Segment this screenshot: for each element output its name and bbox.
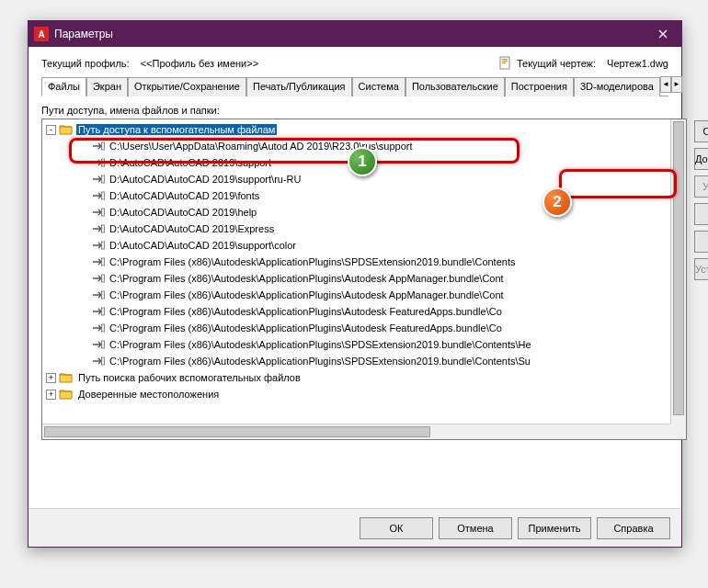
tab-scroll-right[interactable]: ► bbox=[671, 76, 682, 93]
path-item-icon bbox=[92, 256, 105, 267]
ok-button[interactable]: ОК bbox=[360, 517, 433, 539]
svg-rect-5 bbox=[102, 159, 105, 166]
tab-system[interactable]: Система bbox=[352, 77, 405, 96]
tree-node-label: D:\AutoCAD\AutoCAD 2019\support\ru-RU bbox=[108, 174, 303, 185]
tree-path-item[interactable]: D:\AutoCAD\AutoCAD 2019\Express bbox=[42, 220, 686, 237]
path-item-icon bbox=[92, 289, 105, 300]
close-icon bbox=[658, 29, 668, 39]
svg-rect-3 bbox=[502, 62, 506, 63]
drawing-label: Текущий чертеж: bbox=[517, 58, 596, 69]
folder-icon bbox=[59, 123, 74, 136]
close-button[interactable] bbox=[645, 21, 681, 47]
tree-path-item[interactable]: D:\AutoCAD\AutoCAD 2019\support\ru-RU bbox=[42, 171, 686, 187]
folder-icon bbox=[59, 371, 74, 384]
app-icon: A bbox=[34, 27, 49, 41]
tab-files[interactable]: Файлы bbox=[41, 77, 86, 96]
tree-node-label: C:\Program Files (x86)\Autodesk\Applicat… bbox=[108, 256, 517, 267]
svg-rect-17 bbox=[102, 357, 105, 365]
tree-path-item[interactable]: C:\Users\User\AppData\Roaming\Autod AD 2… bbox=[42, 138, 686, 154]
svg-rect-4 bbox=[102, 142, 105, 150]
tree-node-label: D:\AutoCAD\AutoCAD 2019\fonts bbox=[108, 190, 261, 201]
tree-collapsed-node[interactable]: +Доверенные местоположения bbox=[42, 386, 686, 402]
move-down-button[interactable]: Вниз bbox=[694, 231, 708, 253]
tree-node-label: C:\Program Files (x86)\Autodesk\Applicat… bbox=[108, 322, 504, 334]
path-tree[interactable]: -Путь доступа к вспомогательным файламC:… bbox=[41, 119, 687, 440]
tree-path-item[interactable]: C:\Program Files (x86)\Autodesk\Applicat… bbox=[42, 254, 686, 270]
path-item-icon bbox=[92, 240, 105, 251]
tree-path-item[interactable]: D:\AutoCAD\AutoCAD 2019\support bbox=[42, 154, 686, 171]
profile-label: Текущий профиль: bbox=[41, 58, 130, 69]
tree-toggle-icon[interactable]: + bbox=[46, 390, 56, 400]
tab-3d[interactable]: 3D-моделирова bbox=[574, 77, 660, 96]
add-button[interactable]: Добавить... bbox=[694, 148, 708, 170]
tab-bar: Файлы Экран Открытие/Сохранение Печать/П… bbox=[41, 76, 668, 96]
tree-node-label: C:\Program Files (x86)\Autodesk\Applicat… bbox=[108, 289, 506, 300]
svg-rect-11 bbox=[102, 258, 105, 266]
tree-toggle-icon[interactable]: - bbox=[46, 125, 56, 135]
tree-path-item[interactable]: D:\AutoCAD\AutoCAD 2019\support\color bbox=[42, 237, 686, 254]
path-item-icon bbox=[92, 157, 105, 168]
tree-node-label: D:\AutoCAD\AutoCAD 2019\help bbox=[108, 207, 258, 218]
path-item-icon bbox=[92, 223, 105, 234]
tab-scroll-left[interactable]: ◄ bbox=[660, 76, 671, 93]
tree-path-item[interactable]: C:\Program Files (x86)\Autodesk\Applicat… bbox=[42, 270, 686, 287]
tree-node-label: C:\Program Files (x86)\Autodesk\Applicat… bbox=[108, 273, 506, 284]
profile-value: <<Профиль без имени>> bbox=[141, 58, 258, 69]
tree-path-item[interactable]: C:\Program Files (x86)\Autodesk\Applicat… bbox=[42, 336, 686, 353]
svg-rect-8 bbox=[102, 209, 105, 216]
drawing-value: Чертеж1.dwg bbox=[607, 58, 668, 69]
svg-rect-2 bbox=[502, 61, 508, 62]
svg-rect-14 bbox=[102, 308, 105, 315]
tab-display[interactable]: Экран bbox=[86, 77, 128, 96]
folder-icon bbox=[59, 388, 74, 401]
tree-path-item[interactable]: D:\AutoCAD\AutoCAD 2019\fonts bbox=[42, 187, 686, 204]
tree-path-item[interactable]: C:\Program Files (x86)\Autodesk\Applicat… bbox=[42, 287, 686, 303]
remove-button[interactable]: Удалить bbox=[694, 175, 708, 198]
options-dialog: A Параметры Текущий профиль: <<Профиль б… bbox=[28, 20, 682, 548]
window-title: Параметры bbox=[54, 28, 645, 40]
bottom-bar: ОК Отмена Применить Справка bbox=[29, 508, 681, 547]
tree-collapsed-node[interactable]: +Путь поиска рабочих вспомогательных фай… bbox=[42, 369, 686, 386]
tree-path-item[interactable]: C:\Program Files (x86)\Autodesk\Applicat… bbox=[42, 303, 686, 320]
tree-toggle-icon[interactable]: + bbox=[46, 373, 56, 383]
path-item-icon bbox=[92, 339, 105, 350]
drawing-icon bbox=[498, 56, 513, 71]
tree-root-node[interactable]: -Путь доступа к вспомогательным файлам bbox=[42, 121, 686, 138]
svg-rect-6 bbox=[102, 175, 105, 183]
tab-user[interactable]: Пользовательские bbox=[405, 77, 505, 96]
tree-path-item[interactable]: D:\AutoCAD\AutoCAD 2019\help bbox=[42, 204, 686, 220]
tree-node-label: C:\Program Files (x86)\Autodesk\Applicat… bbox=[108, 306, 504, 317]
svg-rect-12 bbox=[102, 275, 105, 282]
tree-node-label: D:\AutoCAD\AutoCAD 2019\support bbox=[108, 157, 273, 168]
svg-rect-16 bbox=[102, 341, 105, 348]
apply-button[interactable]: Применить bbox=[518, 517, 591, 539]
svg-rect-7 bbox=[102, 192, 105, 199]
svg-rect-1 bbox=[502, 59, 508, 60]
titlebar[interactable]: A Параметры bbox=[29, 21, 681, 47]
svg-rect-15 bbox=[102, 324, 105, 332]
tree-path-item[interactable]: C:\Program Files (x86)\Autodesk\Applicat… bbox=[42, 320, 686, 336]
tab-drafting[interactable]: Построения bbox=[505, 77, 574, 96]
tab-open-save[interactable]: Открытие/Сохранение bbox=[128, 77, 246, 96]
path-item-icon bbox=[92, 306, 105, 317]
tree-node-label: D:\AutoCAD\AutoCAD 2019\Express bbox=[108, 223, 276, 234]
tree-node-label: D:\AutoCAD\AutoCAD 2019\support\color bbox=[108, 240, 298, 251]
tree-path-item[interactable]: C:\Program Files (x86)\Autodesk\Applicat… bbox=[42, 353, 686, 369]
tree-node-label: C:\Users\User\AppData\Roaming\Autod AD 2… bbox=[108, 141, 415, 152]
set-current-button[interactable]: Установить bbox=[694, 258, 708, 280]
tree-node-label: C:\Program Files (x86)\Autodesk\Applicat… bbox=[108, 356, 532, 367]
cancel-button[interactable]: Отмена bbox=[439, 517, 512, 539]
tab-plot[interactable]: Печать/Публикация bbox=[246, 77, 352, 96]
move-up-button[interactable]: Вверх bbox=[694, 203, 708, 225]
help-button[interactable]: Справка bbox=[597, 517, 670, 539]
horizontal-scrollbar[interactable] bbox=[42, 424, 670, 439]
browse-button[interactable]: Обзор... bbox=[694, 120, 708, 142]
path-item-icon bbox=[92, 356, 105, 367]
vertical-scrollbar[interactable] bbox=[670, 119, 686, 424]
path-item-icon bbox=[92, 190, 105, 201]
path-item-icon bbox=[92, 174, 105, 185]
tree-node-label: Доверенные местоположения bbox=[76, 389, 221, 400]
svg-rect-10 bbox=[102, 242, 105, 249]
section-label: Пути доступа, имена файлов и папки: bbox=[41, 105, 668, 116]
tree-node-label: Путь поиска рабочих вспомогательных файл… bbox=[76, 372, 303, 383]
